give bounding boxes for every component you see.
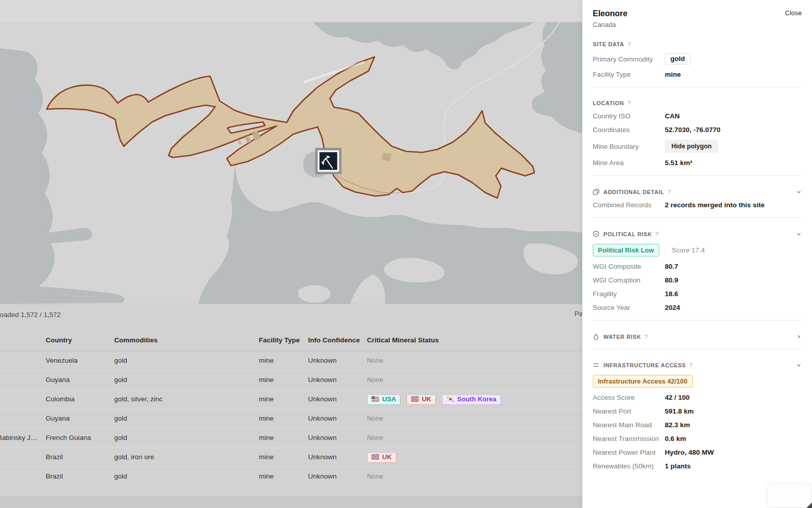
south-korea-flag-icon bbox=[447, 396, 454, 402]
cell-critical-status: None bbox=[367, 415, 580, 422]
map-canvas[interactable] bbox=[0, 22, 582, 304]
loaded-count-line: Loaded 1,572 / 1,572 bbox=[0, 310, 582, 320]
table-row[interactable]: Guyana gold mine Unknown None bbox=[0, 371, 582, 390]
row-fragility: Fragility 18.6 bbox=[593, 290, 802, 298]
chevron-down-icon[interactable] bbox=[796, 189, 802, 195]
help-icon[interactable]: ? bbox=[690, 362, 693, 368]
section-political-risk-header: POLITICAL RISK ? bbox=[593, 231, 802, 237]
site-detail-panel: Eleonore Canada Close SITE DATA ? Primar… bbox=[582, 0, 812, 508]
political-risk-score: Score 17.4 bbox=[665, 246, 705, 254]
help-icon[interactable]: ? bbox=[627, 100, 630, 106]
row-mine-boundary: Mine Boundary Hide polygon bbox=[593, 140, 802, 153]
row-nearest-main-road: Nearest Main Road 82.3 km bbox=[593, 421, 802, 429]
row-primary-commodity: Primary Commodity gold bbox=[593, 53, 802, 65]
row-value: 2024 bbox=[665, 304, 680, 311]
cell-commodities: gold bbox=[114, 376, 254, 384]
row-label: Nearest Port bbox=[593, 407, 665, 415]
cell-facility-type: mine bbox=[259, 434, 304, 441]
row-label: Primary Commodity bbox=[593, 55, 665, 63]
divider bbox=[593, 320, 802, 321]
row-renewables-50km: Renewables (50km) 1 plants bbox=[593, 462, 802, 470]
help-icon[interactable]: ? bbox=[628, 41, 631, 47]
critical-mineral-badge-south-korea: South Korea bbox=[442, 395, 501, 405]
shield-check-icon bbox=[593, 231, 599, 237]
cell-facility-type: mine bbox=[259, 415, 304, 422]
row-value: CAN bbox=[665, 112, 680, 120]
column-header-facility-type[interactable]: Facility Type bbox=[259, 336, 304, 344]
row-label: Country ISO bbox=[593, 112, 665, 120]
hide-polygon-button[interactable]: Hide polygon bbox=[665, 140, 718, 153]
cell-commodities: gold bbox=[114, 434, 254, 441]
cell-info-confidence: Unknown bbox=[308, 357, 364, 364]
help-icon[interactable]: ? bbox=[656, 231, 659, 237]
chevron-right-icon[interactable] bbox=[796, 334, 802, 340]
cell-country: Guyana bbox=[46, 376, 109, 384]
table-row[interactable]: Brazil gold mine Unknown None bbox=[0, 467, 582, 481]
section-label: ADDITIONAL DETAIL bbox=[603, 189, 664, 195]
section-location-header: LOCATION ? bbox=[593, 100, 802, 106]
row-label: Mine Boundary bbox=[593, 143, 665, 150]
cell-facility-type: mine bbox=[259, 376, 304, 384]
row-value: 82.3 km bbox=[665, 421, 690, 429]
column-header-country[interactable]: Country bbox=[46, 336, 109, 344]
row-nearest-power-plant: Nearest Power Plant Hydro, 480 MW bbox=[593, 449, 802, 456]
horizontal-scrollbar-track[interactable] bbox=[0, 496, 582, 508]
table-row[interactable]: Colombia gold, silver, zinc mine Unknown… bbox=[0, 390, 582, 409]
cell-critical-status: None bbox=[367, 434, 580, 441]
cell-country: Colombia bbox=[46, 395, 109, 403]
cell-critical-status: UK bbox=[367, 453, 580, 464]
column-header-critical-mineral-status[interactable]: Critical Mineral Status bbox=[367, 336, 580, 344]
section-additional-detail-header: ADDITIONAL DETAIL ? bbox=[593, 188, 802, 195]
section-label: SITE DATA bbox=[593, 41, 624, 47]
cell-country: Brazil bbox=[46, 453, 109, 461]
help-icon[interactable]: ? bbox=[668, 189, 671, 195]
help-icon[interactable]: ? bbox=[645, 334, 648, 340]
resize-handle[interactable] bbox=[806, 502, 812, 508]
infrastructure-access-summary: Infrastructure Access 42/100 bbox=[593, 375, 802, 388]
row-access-score: Access Score 42 / 100 bbox=[593, 394, 802, 401]
table-row[interactable]: Venezuela gold mine Unknown None bbox=[0, 352, 582, 371]
cell-info-confidence: Unknown bbox=[308, 434, 364, 441]
panel-titlebar: Eleonore Canada Close bbox=[593, 9, 802, 28]
row-label: Facility Type bbox=[593, 71, 665, 78]
table-row[interactable]: Guyana gold mine Unknown None bbox=[0, 409, 582, 429]
column-header-info-confidence[interactable]: Info Confidence bbox=[308, 336, 364, 344]
cell-info-confidence: Unknown bbox=[308, 472, 364, 480]
column-header-commodities[interactable]: Commodities bbox=[114, 336, 254, 344]
cell-info-confidence: Unknown bbox=[308, 376, 364, 384]
row-value: 80.7 bbox=[665, 263, 678, 270]
chevron-down-icon[interactable] bbox=[796, 231, 802, 237]
badge-label: USA bbox=[382, 395, 396, 403]
row-label: Nearest Transmission bbox=[593, 435, 665, 442]
table-row[interactable]: Babinsky J… French Guiana gold mine Unkn… bbox=[0, 429, 582, 448]
site-title: Eleonore bbox=[593, 9, 627, 18]
table-row[interactable]: Brazil gold, iron ore mine Unknown UK bbox=[0, 448, 582, 467]
pagination-clipped[interactable]: Pa bbox=[574, 310, 582, 320]
political-risk-summary: Political Risk Low Score 17.4 bbox=[593, 244, 802, 257]
row-nearest-port: Nearest Port 591.8 km bbox=[593, 407, 802, 415]
row-label: Nearest Main Road bbox=[593, 421, 665, 429]
table-body: Venezuela gold mine Unknown None Guyana … bbox=[0, 352, 582, 481]
row-value: 80.9 bbox=[665, 276, 678, 284]
row-facility-type: Facility Type mine bbox=[593, 71, 802, 78]
water-droplet-icon bbox=[593, 333, 599, 340]
divider bbox=[593, 87, 802, 87]
cell-info-confidence: Unknown bbox=[308, 453, 364, 461]
cell-country: French Guiana bbox=[46, 434, 109, 441]
row-combined-records: Combined Records 2 records merged into t… bbox=[593, 201, 802, 209]
chevron-down-icon[interactable] bbox=[796, 362, 802, 368]
row-label: Nearest Power Plant bbox=[593, 449, 665, 456]
mine-boundary-polygon[interactable] bbox=[47, 57, 534, 198]
badge-label: UK bbox=[422, 395, 431, 403]
row-label: Fragility bbox=[593, 290, 665, 298]
cell-facility-type: mine bbox=[259, 453, 304, 461]
badge-label: South Korea bbox=[457, 395, 496, 403]
row-label: Renewables (50km) bbox=[593, 462, 665, 470]
mine-marker[interactable] bbox=[315, 148, 342, 174]
cell-country: Venezuela bbox=[46, 357, 109, 364]
close-button[interactable]: Close bbox=[785, 9, 802, 17]
top-toolbar bbox=[0, 0, 582, 22]
row-mine-area: Mine Area 5.51 km² bbox=[593, 159, 802, 167]
cell-facility-type: mine bbox=[259, 395, 304, 403]
divider bbox=[593, 175, 802, 176]
